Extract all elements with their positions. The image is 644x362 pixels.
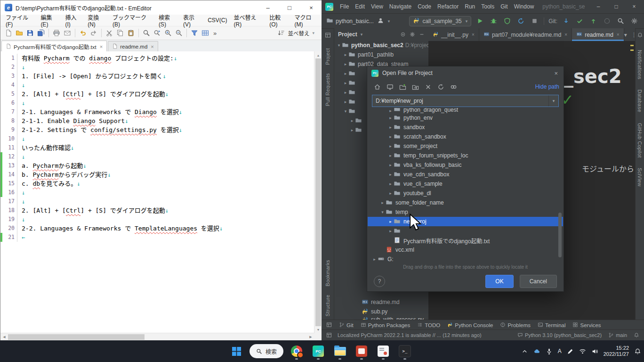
editor-line-20[interactable]: 202-2. Languages & Frameworks で Template…	[0, 224, 314, 233]
cloud-tray-icon[interactable]	[533, 348, 540, 355]
stop-button[interactable]	[529, 16, 539, 26]
pc-menu-file[interactable]: File	[337, 2, 352, 11]
em-tab-1[interactable]: readme.md×	[108, 41, 158, 52]
notification-center-icon[interactable]	[634, 348, 641, 355]
csv-grid-icon[interactable]	[200, 28, 210, 38]
horizontal-scrollbar[interactable]: ◀ ▶	[0, 333, 314, 341]
taskbar-clock[interactable]: 15:22 2022/11/27	[604, 345, 629, 357]
minimize-icon[interactable]: –	[257, 0, 279, 15]
dialog-tree-item-8[interactable]: ▸vue_cli_sample	[368, 179, 563, 189]
hide-path-link[interactable]: Hide path	[535, 83, 559, 90]
dialog-tree-item-11[interactable]: ▾temp	[368, 207, 563, 217]
toolwindow-services[interactable]: Services	[572, 322, 601, 329]
scrollbar-thumb[interactable]	[315, 58, 321, 326]
editor-line-10[interactable]: 10↓	[0, 134, 314, 143]
chevron-collapsed-icon[interactable]: ▸	[343, 90, 348, 95]
path-value[interactable]: D:¥temp¥new_proj	[376, 98, 423, 104]
tab-close-icon[interactable]: ×	[151, 44, 153, 49]
chevron-collapsed-icon[interactable]: ▸	[349, 128, 355, 132]
pc-menu-git[interactable]: Git	[498, 2, 510, 11]
tab-list-icon[interactable]: ▾	[624, 32, 627, 38]
dialog-tree-item-2[interactable]: ▸sandbox	[368, 123, 563, 132]
hide-panel-icon[interactable]	[419, 32, 425, 37]
pc-menu-window[interactable]: Window	[511, 2, 537, 11]
taskbar-red-app-button[interactable]	[352, 342, 371, 361]
toolwindow-python-packages[interactable]: Python Packages	[361, 322, 411, 329]
volume-icon[interactable]	[591, 348, 598, 355]
right-strip-notifications[interactable]: Notifications	[637, 50, 643, 79]
filter-icon[interactable]	[189, 28, 200, 38]
em-menu-item-7[interactable]: CSV(C)	[204, 17, 230, 24]
git-push-button[interactable]	[588, 16, 598, 26]
emeditor-titlebar[interactable]: e D:\temp\Pycharm有料版でのdjango起動.txt - EmE…	[0, 0, 322, 15]
new-folder-button[interactable]	[397, 82, 409, 92]
locate-file-icon[interactable]	[400, 32, 406, 37]
chevron-collapsed-icon[interactable]: ▸	[343, 62, 348, 66]
em-menu-item-5[interactable]: 検索(S)	[155, 13, 180, 28]
em-menu-item-9[interactable]: 比較(O)	[266, 13, 291, 28]
pc-menu-code[interactable]: Code	[415, 2, 434, 11]
git-update-button[interactable]	[561, 16, 571, 26]
chevron-collapsed-icon[interactable]: ▸	[343, 99, 348, 104]
toolwindow-python-console[interactable]: Python Console	[447, 322, 493, 329]
taskbar-search[interactable]: 検索	[250, 344, 283, 358]
dialog-close-icon[interactable]: ×	[553, 70, 559, 77]
chevron-expanded-icon[interactable]: ▾	[379, 210, 386, 214]
dialog-tree-item-16[interactable]: ▸G:	[368, 255, 563, 264]
save-icon[interactable]	[25, 28, 35, 38]
path-combobox[interactable]: D:¥temp¥new_proj ▾	[372, 95, 559, 107]
paste-icon[interactable]	[126, 28, 136, 38]
project-tree-item[interactable]: ▸part01_pathlib	[334, 50, 428, 59]
chevron-down-icon[interactable]: ▾	[361, 32, 363, 37]
taskbar-chrome-button[interactable]	[287, 342, 306, 361]
cut-icon[interactable]	[104, 28, 114, 38]
left-strip-project[interactable]: Project	[325, 48, 330, 65]
ime-indicator[interactable]: A	[558, 348, 562, 354]
editor-line-11[interactable]: 11いったん動作確認↓	[0, 143, 314, 152]
em-menu-item-2[interactable]: 挿入(I)	[62, 13, 85, 28]
wifi-icon[interactable]	[579, 348, 586, 355]
taskbar-pycharm-button[interactable]: PC	[309, 342, 328, 361]
open-file-icon[interactable]	[14, 28, 24, 38]
dialog-tree-item-14[interactable]: Pycharm有料版でのdjango起動.txt	[368, 236, 563, 245]
desktop-button[interactable]	[384, 82, 396, 92]
status-message[interactable]: Localized PyCharm 2022.2.1 is available …	[338, 332, 482, 338]
em-menu-item-4[interactable]: ブックマーク(B)	[109, 13, 155, 28]
path-dropdown-icon[interactable]: ▾	[548, 95, 558, 107]
interpreter-label[interactable]: Python 3.10 (python_basic_sec2)	[525, 332, 602, 338]
maximize-icon[interactable]: □	[609, 3, 623, 10]
chevron-expanded-icon[interactable]: ▾	[336, 43, 342, 48]
branch-name[interactable]: main	[616, 332, 627, 338]
run-config-selector[interactable]: call_sample_35▾	[409, 16, 471, 26]
help-button[interactable]: ?	[374, 276, 385, 287]
undo-icon[interactable]	[78, 28, 88, 38]
pc-menu-run[interactable]: Run	[462, 2, 478, 11]
dialog-titlebar[interactable]: PC Open File or Project ×	[367, 66, 564, 80]
toolwindow-git[interactable]: Git	[339, 322, 354, 329]
mail-icon[interactable]	[62, 28, 72, 38]
dialog-tree-item-0[interactable]: ▸python_dragon_quest	[368, 108, 563, 113]
editor-line-3[interactable]: 31. [File] -> [Open] からプロジェクトを開く↓	[0, 72, 314, 81]
debug-button[interactable]	[488, 16, 499, 26]
dialog-tree-item-4[interactable]: ▸some_project	[368, 141, 563, 151]
editor-tab-1[interactable]: part07_module¥readme.md×	[479, 28, 572, 41]
chevron-collapsed-icon[interactable]: ▸	[343, 71, 348, 76]
dialog-tree-item-9[interactable]: ▸youtube_dl	[368, 189, 563, 198]
cancel-button[interactable]: Cancel	[520, 275, 557, 288]
vcs-avatar[interactable]: ▾	[377, 17, 390, 25]
find-next-icon[interactable]	[152, 28, 162, 38]
pycharm-titlebar[interactable]: PC FileEditViewNavigateCodeRefactorRunTo…	[322, 0, 644, 14]
toolwindow-todo[interactable]: TODO	[417, 322, 440, 329]
project-selector[interactable]: python_basic...	[326, 17, 374, 25]
move-to-button[interactable]	[410, 82, 421, 92]
copy-icon[interactable]	[115, 28, 125, 38]
editor-line-2[interactable]: 2↓	[0, 63, 314, 72]
close-icon[interactable]: ×	[300, 0, 322, 15]
tray-expand-icon[interactable]	[521, 348, 528, 355]
editor-line-16[interactable]: 16↓	[0, 188, 314, 197]
taskbar-white-app-button[interactable]	[374, 342, 393, 361]
chevron-collapsed-icon[interactable]: ▸	[387, 153, 394, 158]
scroll-left-icon[interactable]: ◀	[0, 333, 8, 341]
editor-line-8[interactable]: 82-1-1. Enable Diango Support↓	[0, 116, 314, 125]
pc-menu-view[interactable]: View	[368, 2, 386, 11]
